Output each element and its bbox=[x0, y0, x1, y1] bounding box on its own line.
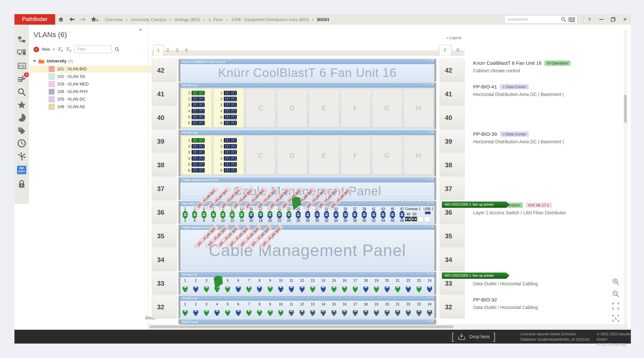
empty-slot-G[interactable]: G bbox=[372, 136, 402, 175]
rj45-port[interactable] bbox=[183, 310, 188, 316]
sidebar-tags-icon[interactable] bbox=[16, 125, 27, 136]
home-button[interactable] bbox=[55, 14, 66, 25]
device-name-label[interactable]: PP-BIO-39 bbox=[473, 131, 497, 137]
rj45-port[interactable] bbox=[380, 211, 385, 215]
breadcrumb-item[interactable]: Biology (BIO) bbox=[175, 17, 200, 22]
rj45-port[interactable] bbox=[236, 287, 241, 292]
search-icon[interactable] bbox=[561, 16, 566, 22]
sidebar-locations-icon[interactable] bbox=[16, 34, 27, 45]
duplex-port[interactable] bbox=[224, 144, 237, 149]
rj45-port[interactable] bbox=[225, 287, 230, 292]
rj45-port[interactable] bbox=[343, 215, 348, 219]
rj45-port[interactable] bbox=[315, 211, 320, 215]
zoom-labels-icon[interactable]: A bbox=[611, 314, 620, 323]
rj45-port[interactable] bbox=[215, 310, 219, 316]
breadcrumb-item[interactable]: University Campus bbox=[131, 17, 167, 22]
duplex-port[interactable] bbox=[192, 115, 205, 119]
fiber-module[interactable]: 123456 bbox=[181, 88, 212, 128]
gbic-port[interactable] bbox=[411, 217, 417, 221]
work-order-ribbon[interactable]: WO-20221005-1 Set up printer bbox=[442, 273, 510, 279]
fiber-module[interactable]: 123456 bbox=[181, 136, 212, 175]
rj45-port[interactable] bbox=[332, 310, 336, 316]
horizontal-scrollbar[interactable] bbox=[149, 324, 628, 329]
fiber-module[interactable]: 123456 bbox=[213, 136, 244, 175]
rj45-port[interactable] bbox=[287, 211, 291, 215]
duplex-port[interactable] bbox=[224, 138, 237, 143]
rj45-port[interactable] bbox=[220, 211, 225, 215]
rj45-port[interactable] bbox=[371, 211, 376, 215]
duplex-port[interactable] bbox=[192, 91, 205, 95]
rj45-port[interactable] bbox=[258, 215, 263, 219]
rj45-port[interactable] bbox=[267, 215, 272, 219]
rj45-port[interactable] bbox=[371, 215, 376, 219]
expander-icon[interactable] bbox=[33, 60, 36, 62]
expand-tree-icon[interactable] bbox=[58, 47, 63, 52]
empty-uplink-slot[interactable] bbox=[418, 217, 424, 222]
rj45-port[interactable] bbox=[211, 211, 216, 215]
breadcrumb-item[interactable]: 1006 - Equipment Distribution Area (BIO) bbox=[231, 17, 309, 22]
rj45-port[interactable] bbox=[390, 211, 395, 215]
rj45-port[interactable] bbox=[230, 211, 235, 215]
rj45-port[interactable] bbox=[342, 287, 347, 292]
rj45-port[interactable] bbox=[321, 287, 326, 292]
rj45-port[interactable] bbox=[268, 310, 273, 316]
rj45-port[interactable] bbox=[258, 211, 263, 215]
rj45-port[interactable] bbox=[343, 211, 348, 215]
rj45-port[interactable] bbox=[310, 310, 315, 316]
fiber-module[interactable]: 123456 bbox=[213, 88, 244, 128]
drop-zone[interactable]: [ Drop here ] bbox=[451, 330, 496, 344]
rj45-port[interactable] bbox=[183, 287, 188, 292]
duplex-port[interactable] bbox=[224, 121, 237, 125]
rack-side-tab-R[interactable]: R bbox=[452, 45, 464, 55]
empty-slot-D[interactable]: D bbox=[277, 136, 307, 175]
duplex-port[interactable] bbox=[192, 109, 205, 113]
empty-slot-H[interactable]: H bbox=[403, 88, 434, 128]
empty-uplink-slot[interactable] bbox=[424, 217, 430, 222]
rj45-port[interactable] bbox=[193, 287, 198, 292]
rj45-port[interactable] bbox=[246, 287, 251, 292]
rj45-port[interactable] bbox=[395, 310, 400, 316]
rj45-port[interactable] bbox=[192, 215, 197, 219]
duplex-port[interactable] bbox=[192, 121, 205, 125]
rj45-port[interactable] bbox=[239, 215, 244, 219]
rj45-port[interactable] bbox=[321, 310, 326, 316]
rj45-port[interactable] bbox=[305, 211, 310, 215]
device-name-label[interactable]: PP-BIO-41 bbox=[473, 84, 497, 89]
rack-page-tab-3[interactable]: 3 bbox=[173, 45, 181, 55]
breadcrumb-item[interactable]: 1. Floor bbox=[209, 17, 223, 22]
vlan-tree-item[interactable]: 102 - VLAN SS bbox=[30, 73, 164, 80]
vlan-tree-item[interactable]: 106 - VLAN AD bbox=[30, 103, 164, 110]
device-pp-bio-32[interactable]: PP-BIO-32F R1234567891011121314151617181… bbox=[178, 296, 436, 319]
rj45-port[interactable] bbox=[417, 310, 422, 316]
rj45-port[interactable] bbox=[310, 287, 315, 292]
rj45-port[interactable] bbox=[246, 310, 251, 316]
rj45-port[interactable] bbox=[380, 215, 385, 219]
rj45-port[interactable] bbox=[201, 215, 206, 219]
empty-slot-H[interactable]: H bbox=[403, 136, 434, 175]
rj45-port[interactable] bbox=[277, 211, 282, 215]
duplex-port[interactable] bbox=[224, 115, 237, 119]
device-front-rear-marker[interactable]: F R bbox=[427, 296, 434, 299]
device-name-label[interactable]: PP-BIO-32 bbox=[473, 297, 497, 302]
duplex-port[interactable] bbox=[224, 91, 237, 95]
rj45-port[interactable] bbox=[390, 215, 395, 219]
rj45-port[interactable] bbox=[289, 287, 294, 292]
rj45-port[interactable] bbox=[353, 310, 358, 316]
rj45-port[interactable] bbox=[362, 215, 367, 219]
rj45-port[interactable] bbox=[278, 310, 283, 316]
rj45-port[interactable] bbox=[332, 287, 336, 292]
rj45-port[interactable] bbox=[211, 215, 216, 219]
sidebar-history-icon[interactable] bbox=[16, 138, 27, 149]
rack-page-tab-1[interactable]: 1 bbox=[153, 45, 164, 56]
device-front-rear-marker[interactable]: F R bbox=[427, 178, 434, 181]
device-blind-panel[interactable]: Blind PanelF R bbox=[178, 319, 436, 324]
rj45-port[interactable] bbox=[289, 310, 294, 316]
sidebar-security-icon[interactable] bbox=[16, 179, 27, 189]
rj45-port[interactable] bbox=[193, 310, 198, 316]
back-button[interactable] bbox=[66, 14, 78, 25]
duplex-port[interactable] bbox=[192, 150, 205, 155]
vlan-tree-item[interactable]: 104 - VLAN PHY bbox=[30, 88, 164, 95]
sidebar-search-icon[interactable] bbox=[16, 87, 27, 97]
rj45-port[interactable] bbox=[230, 215, 235, 219]
rj45-port[interactable] bbox=[427, 310, 432, 316]
